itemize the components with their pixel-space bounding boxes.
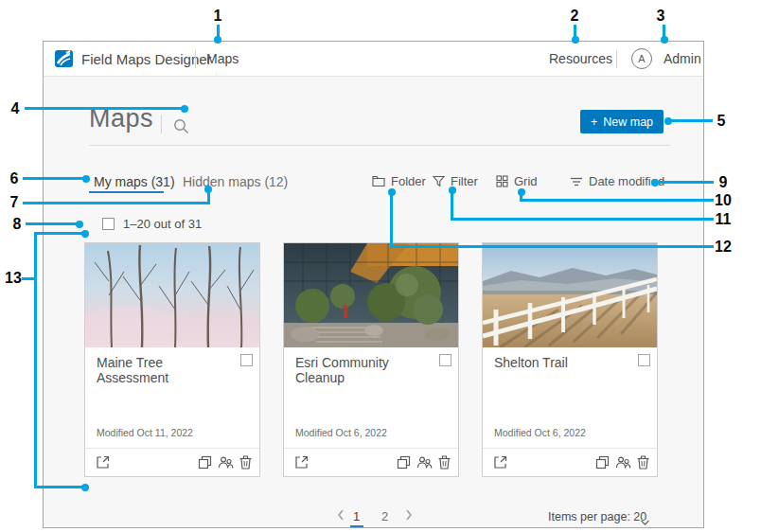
callout-6-dot bbox=[82, 175, 90, 183]
active-page-underline bbox=[350, 525, 363, 527]
screenshot-root: { "header": { "brand": "Field Maps Desig… bbox=[0, 0, 761, 532]
callout-13-line-v bbox=[34, 232, 37, 488]
folder-icon bbox=[372, 175, 385, 187]
callout-13: 13 bbox=[5, 270, 22, 287]
map-card-title: Esri Community Cleanup bbox=[295, 355, 433, 385]
open-map-icon[interactable] bbox=[96, 455, 110, 473]
callout-12-dot bbox=[388, 188, 396, 196]
callout-12-line bbox=[390, 245, 714, 248]
share-group-icon[interactable] bbox=[416, 455, 433, 473]
page-2-button[interactable]: 2 bbox=[381, 509, 388, 523]
open-map-icon[interactable] bbox=[493, 455, 507, 473]
selection-count: 1–20 out of 31 bbox=[123, 217, 202, 231]
map-card-esri-cleanup[interactable]: Esri Community Cleanup Modified Oct 6, 2… bbox=[283, 242, 459, 477]
card-footer bbox=[85, 449, 259, 477]
resources-link[interactable]: Resources bbox=[549, 42, 612, 77]
duplicate-icon[interactable] bbox=[397, 455, 411, 473]
new-map-button[interactable]: + New map bbox=[580, 110, 664, 133]
callout-7: 7 bbox=[10, 194, 19, 211]
callout-12: 12 bbox=[715, 239, 732, 256]
map-card-checkbox[interactable] bbox=[638, 354, 650, 366]
callout-11-line bbox=[451, 218, 714, 221]
callout-7-dot bbox=[204, 186, 212, 193]
callout-1-dot bbox=[214, 36, 221, 44]
callout-11-line-v bbox=[451, 192, 453, 221]
items-per-page-select[interactable]: Items per page: 20 bbox=[548, 510, 646, 523]
delete-icon[interactable] bbox=[438, 455, 451, 473]
esri-logo-icon bbox=[55, 49, 74, 68]
page-1-button[interactable]: 1 bbox=[353, 509, 360, 523]
callout-3-dot bbox=[661, 36, 668, 44]
filter-button[interactable]: Filter bbox=[433, 174, 478, 188]
next-page-icon[interactable] bbox=[405, 509, 413, 523]
callout-6-line bbox=[23, 177, 83, 180]
duplicate-icon[interactable] bbox=[595, 455, 610, 473]
callout-10-dot bbox=[518, 188, 525, 196]
plus-icon: + bbox=[591, 115, 597, 129]
callout-1: 1 bbox=[214, 8, 222, 25]
callout-7-line bbox=[23, 202, 210, 204]
callout-13-line-bottom bbox=[34, 486, 83, 488]
map-card-modified: Modified Oct 6, 2022 bbox=[494, 427, 586, 438]
app-header: Field Maps Designer Maps Resources A Adm… bbox=[44, 42, 703, 77]
section-divider bbox=[89, 145, 670, 146]
map-thumbnail bbox=[85, 243, 259, 347]
title-divider bbox=[161, 115, 162, 133]
callout-5-line bbox=[669, 119, 713, 122]
callout-10: 10 bbox=[715, 192, 732, 209]
filter-icon bbox=[433, 175, 445, 187]
grid-icon bbox=[496, 175, 508, 187]
callout-9-dot bbox=[651, 179, 659, 186]
callout-3: 3 bbox=[657, 8, 665, 25]
callout-11: 11 bbox=[716, 211, 732, 228]
avatar[interactable]: A bbox=[631, 48, 652, 69]
callout-9: 9 bbox=[719, 174, 728, 191]
folder-button[interactable]: Folder bbox=[372, 174, 426, 188]
callout-13-line-top bbox=[34, 232, 83, 235]
tab-my-maps[interactable]: My maps (31) bbox=[94, 174, 175, 189]
callout-8-line bbox=[26, 222, 77, 225]
map-card-title: Shelton Trail bbox=[494, 355, 568, 370]
callout-4-dot bbox=[181, 105, 188, 113]
map-thumbnail bbox=[483, 243, 657, 347]
share-group-icon[interactable] bbox=[615, 455, 631, 473]
map-card-checkbox[interactable] bbox=[439, 354, 451, 366]
grid-view-button[interactable]: Grid bbox=[496, 174, 538, 188]
callout-9-line bbox=[659, 181, 714, 184]
search-icon[interactable] bbox=[173, 118, 190, 135]
callout-2: 2 bbox=[571, 8, 579, 25]
delete-icon[interactable] bbox=[637, 455, 649, 473]
open-map-icon[interactable] bbox=[294, 455, 309, 473]
callout-5-dot bbox=[664, 117, 672, 125]
account-name[interactable]: Admin bbox=[664, 42, 701, 77]
app-title: Field Maps Designer bbox=[81, 42, 212, 77]
map-card-modified: Modified Oct 6, 2022 bbox=[295, 427, 387, 438]
card-footer bbox=[284, 449, 458, 477]
callout-8-dot bbox=[76, 221, 83, 228]
nav-maps-link[interactable]: Maps bbox=[206, 42, 239, 77]
callout-2-dot bbox=[572, 36, 579, 44]
app-window: Field Maps Designer Maps Resources A Adm… bbox=[43, 41, 704, 528]
select-all-checkbox[interactable] bbox=[102, 218, 115, 230]
delete-icon[interactable] bbox=[239, 455, 252, 473]
callout-8: 8 bbox=[13, 216, 22, 233]
prev-page-icon[interactable] bbox=[337, 509, 345, 523]
card-footer bbox=[483, 449, 657, 477]
header-divider bbox=[195, 50, 196, 68]
map-card-maine-tree[interactable]: Maine Tree Assessment Modified Oct 11, 2… bbox=[84, 242, 260, 477]
map-card-checkbox[interactable] bbox=[240, 354, 253, 366]
callout-11-dot bbox=[449, 186, 456, 194]
sort-icon bbox=[570, 176, 583, 187]
map-card-shelton-trail[interactable]: Shelton Trail Modified Oct 6, 2022 bbox=[482, 242, 658, 477]
callout-10-line bbox=[520, 199, 714, 202]
callout-6: 6 bbox=[10, 170, 19, 187]
duplicate-icon[interactable] bbox=[198, 455, 212, 473]
callout-13-dot-top bbox=[81, 230, 89, 238]
chevron-down-icon[interactable] bbox=[640, 513, 650, 530]
map-thumbnail bbox=[284, 243, 458, 347]
share-group-icon[interactable] bbox=[218, 455, 234, 473]
callout-13-dot-bottom bbox=[81, 484, 89, 491]
map-card-title: Maine Tree Assessment bbox=[97, 355, 234, 385]
active-tab-underline bbox=[89, 191, 164, 193]
tab-hidden-maps[interactable]: Hidden maps (12) bbox=[183, 174, 288, 189]
